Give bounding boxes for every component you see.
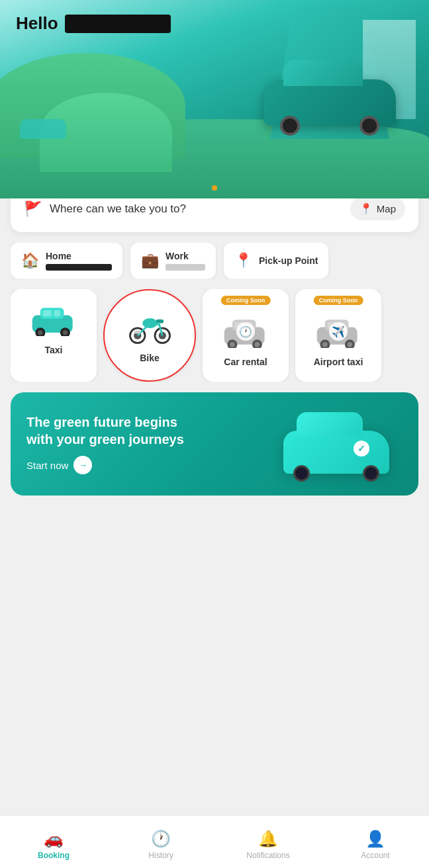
nav-notifications[interactable]: 🔔 Notifications: [215, 816, 322, 868]
hero-car-wheel-left: [280, 116, 300, 136]
svg-point-28: [347, 342, 352, 347]
svg-point-12: [142, 318, 158, 328]
hero-user-name-blur: [65, 15, 171, 33]
hero-greeting: Hello: [16, 13, 171, 34]
home-chip-content: Home: [46, 251, 112, 271]
work-icon: 💼: [141, 252, 159, 269]
promo-cta[interactable]: Start now →: [26, 456, 283, 474]
booking-label: Booking: [38, 851, 70, 860]
nav-history[interactable]: 🕐 History: [107, 816, 215, 868]
promo-cta-arrow: →: [73, 456, 92, 474]
pickup-chip-label: Pick-up Point: [259, 255, 318, 266]
map-pin-icon: 📍: [359, 202, 373, 215]
work-chip-sub: [166, 264, 205, 271]
promo-car-wheel-right: [363, 465, 379, 482]
promo-car-wheel-left: [293, 465, 310, 482]
home-chip-label: Home: [46, 251, 112, 261]
hero-car-body: [263, 79, 396, 126]
promo-cta-label: Start now: [26, 460, 68, 471]
svg-rect-6: [42, 310, 51, 316]
hero-car-wheel-right: [359, 116, 379, 136]
promo-banner: The green future beginswith your green j…: [11, 392, 418, 496]
hero-car-roof: [283, 60, 363, 86]
map-label: Map: [377, 203, 396, 214]
location-chip-pickup[interactable]: 📍 Pick-up Point: [224, 243, 328, 279]
notifications-icon: 🔔: [258, 830, 278, 848]
hero-car: [263, 79, 409, 146]
hero-small-car: [20, 119, 66, 139]
airport-taxi-icon-wrap: ✈️: [312, 312, 365, 351]
bottom-nav: 🚗 Booking 🕐 History 🔔 Notifications 👤 Ac…: [0, 815, 429, 868]
search-bar-left: 🚩 Where can we take you to?: [24, 200, 186, 218]
bottom-spacer: [11, 509, 418, 575]
taxi-icon-wrap: [27, 300, 80, 339]
svg-point-18: [230, 342, 235, 347]
flag-icon: 🚩: [24, 200, 42, 218]
nav-booking[interactable]: 🚗 Booking: [0, 816, 107, 868]
location-chip-work[interactable]: 💼 Work: [130, 243, 216, 279]
service-airport-taxi[interactable]: Coming Soon ✈️ Airport taxi: [295, 289, 381, 382]
nav-account[interactable]: 👤 Account: [322, 816, 429, 868]
hero-banner: Hello: [0, 0, 429, 198]
svg-point-5: [62, 330, 68, 335]
car-rental-clock-icon: 🕐: [236, 322, 255, 341]
history-icon: 🕐: [151, 830, 171, 848]
bike-label: Bike: [140, 353, 160, 363]
hero-indicator-dot: [212, 185, 217, 191]
bike-svg: [125, 311, 175, 344]
home-chip-address-blur: [46, 264, 112, 271]
work-chip-label: Work: [166, 251, 205, 261]
service-taxi[interactable]: Taxi: [11, 289, 97, 382]
promo-car-illustration: ✓: [283, 411, 403, 477]
svg-rect-13: [156, 320, 163, 324]
airport-taxi-label: Airport taxi: [314, 357, 363, 367]
svg-point-3: [38, 330, 43, 335]
map-button[interactable]: 📍 Map: [350, 197, 405, 220]
service-car-rental[interactable]: Coming Soon 🕐 Car rental: [203, 289, 289, 382]
car-rental-badge: Coming Soon: [221, 296, 271, 305]
svg-rect-7: [54, 310, 60, 316]
svg-point-20: [254, 342, 260, 347]
greeting-text: Hello: [16, 13, 58, 34]
main-content: 🚩 Where can we take you to? 📍 Map 🏠 Home…: [0, 185, 429, 575]
promo-car-roof: [297, 412, 363, 435]
home-icon: 🏠: [21, 252, 39, 269]
svg-point-26: [322, 342, 328, 347]
location-chip-home[interactable]: 🏠 Home: [11, 243, 122, 279]
location-chips: 🏠 Home 💼 Work 📍 Pick-up Point: [11, 243, 418, 279]
airport-taxi-plane-icon: ✈️: [329, 322, 348, 341]
promo-car-body: ✓: [283, 431, 389, 474]
taxi-car-svg: [29, 303, 79, 336]
airport-taxi-badge: Coming Soon: [314, 296, 363, 305]
pickup-icon: 📍: [234, 252, 252, 269]
account-label: Account: [361, 851, 389, 860]
pickup-chip-content: Pick-up Point: [259, 255, 318, 266]
search-placeholder: Where can we take you to?: [50, 202, 186, 216]
bike-icon-wrap: [123, 308, 176, 347]
booking-icon: 🚗: [44, 830, 64, 848]
car-rental-icon-wrap: 🕐: [219, 312, 272, 351]
account-icon: 👤: [365, 830, 385, 848]
taxi-label: Taxi: [45, 345, 63, 355]
car-rental-label: Car rental: [224, 357, 267, 367]
history-label: History: [148, 851, 173, 860]
promo-car-check: ✓: [354, 441, 369, 456]
svg-rect-14: [134, 331, 140, 334]
promo-text-block: The green future beginswith your green j…: [26, 413, 283, 474]
service-bike[interactable]: Bike: [103, 289, 196, 382]
notifications-label: Notifications: [246, 851, 289, 860]
promo-title: The green future beginswith your green j…: [26, 413, 283, 448]
work-chip-content: Work: [166, 251, 205, 271]
services-row: Taxi Bike Comi: [11, 289, 418, 382]
